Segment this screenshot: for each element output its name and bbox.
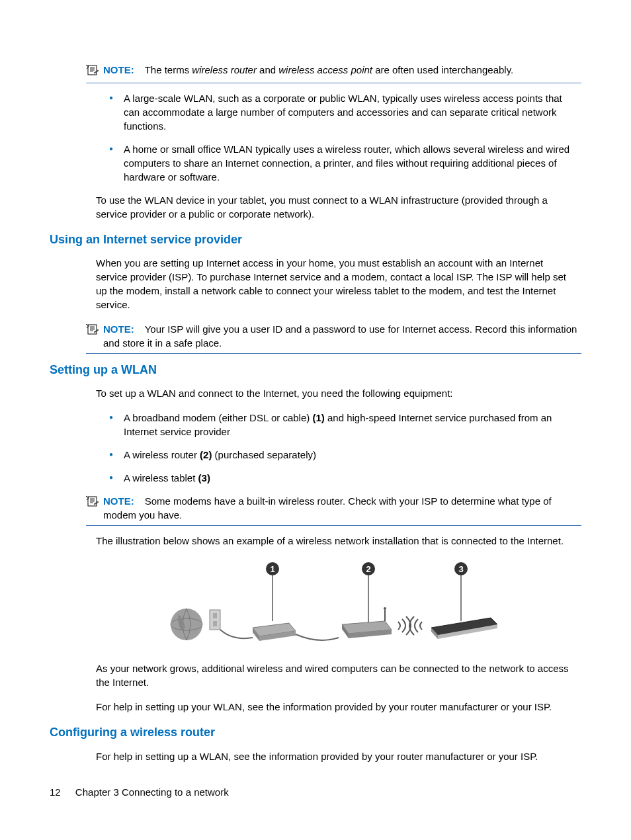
note-block-3: NOTE:Some modems have a built-in wireles… bbox=[86, 494, 581, 526]
heading-router: Configuring a wireless router bbox=[50, 724, 581, 741]
svg-point-24 bbox=[171, 609, 202, 640]
svg-rect-27 bbox=[213, 613, 217, 618]
note-label: NOTE: bbox=[103, 495, 134, 507]
note-label: NOTE: bbox=[103, 323, 134, 335]
list-item: A broadband modem (either DSL or cable) … bbox=[109, 411, 575, 439]
paragraph: When you are setting up Internet access … bbox=[96, 256, 575, 312]
paragraph: To set up a WLAN and connect to the Inte… bbox=[96, 386, 575, 400]
note-block-1: NOTE:The terms wireless router and wirel… bbox=[86, 63, 581, 83]
chapter-label: Chapter 3 Connecting to a network bbox=[75, 786, 229, 798]
note-icon bbox=[86, 64, 99, 79]
paragraph: The illustration below shows an example … bbox=[96, 534, 575, 548]
bullet-list-2: A broadband modem (either DSL or cable) … bbox=[109, 411, 575, 485]
note-content: NOTE:Your ISP will give you a user ID an… bbox=[103, 322, 581, 350]
svg-rect-28 bbox=[213, 621, 217, 626]
svg-rect-26 bbox=[210, 610, 220, 630]
paragraph: For help in setting up your WLAN, see th… bbox=[96, 700, 575, 714]
list-item: A home or small office WLAN typically us… bbox=[109, 142, 575, 184]
note-icon bbox=[86, 495, 99, 511]
list-item: A large-scale WLAN, such as a corporate … bbox=[109, 91, 575, 133]
note-text: Some modems have a built-in wireless rou… bbox=[103, 495, 552, 521]
paragraph: To use the WLAN device in your tablet, y… bbox=[96, 193, 575, 221]
note-block-2: NOTE:Your ISP will give you a user ID an… bbox=[86, 322, 581, 354]
list-item: A wireless router (2) (purchased separat… bbox=[109, 448, 575, 462]
heading-wlan: Setting up a WLAN bbox=[50, 362, 581, 378]
bullet-list-1: A large-scale WLAN, such as a corporate … bbox=[109, 91, 575, 184]
list-item: A wireless tablet (3) bbox=[109, 471, 575, 485]
note-icon bbox=[86, 323, 99, 339]
note-text: The terms wireless router and wireless a… bbox=[145, 64, 514, 75]
page-footer: 12 Chapter 3 Connecting to a network bbox=[50, 785, 229, 799]
paragraph: As your network grows, additional wirele… bbox=[96, 661, 575, 689]
note-text: Your ISP will give you a user ID and a p… bbox=[103, 323, 577, 349]
network-diagram-icon: 1 2 3 bbox=[167, 558, 511, 651]
network-illustration: 1 2 3 bbox=[96, 558, 581, 651]
heading-isp: Using an Internet service provider bbox=[50, 231, 581, 248]
note-content: NOTE:Some modems have a built-in wireles… bbox=[103, 494, 581, 522]
note-content: NOTE:The terms wireless router and wirel… bbox=[103, 63, 581, 77]
paragraph: For help in setting up a WLAN, see the i… bbox=[96, 749, 575, 763]
svg-text:1: 1 bbox=[270, 564, 274, 574]
note-label: NOTE: bbox=[103, 64, 134, 75]
svg-point-30 bbox=[384, 607, 386, 610]
page-number: 12 bbox=[50, 785, 61, 799]
svg-text:2: 2 bbox=[366, 564, 370, 574]
svg-text:3: 3 bbox=[458, 564, 463, 574]
